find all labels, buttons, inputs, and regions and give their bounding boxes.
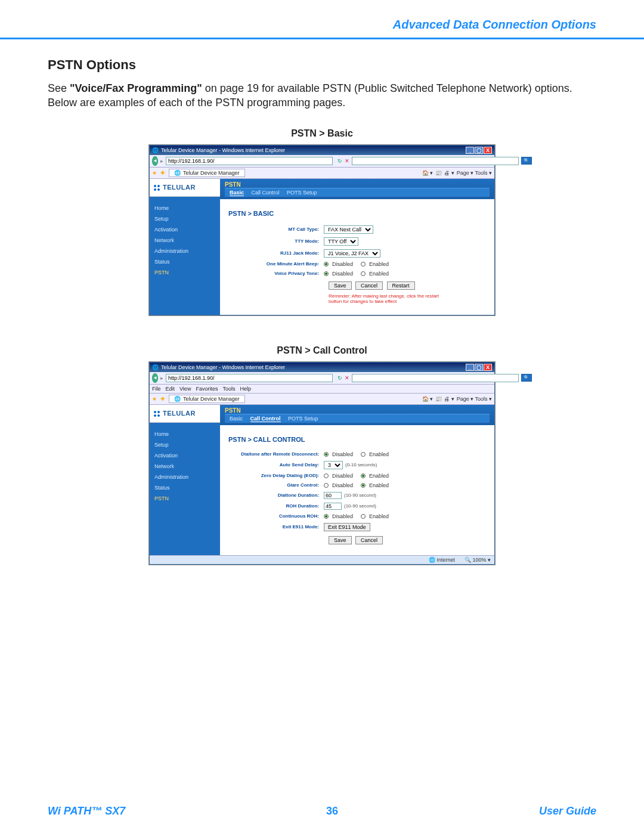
add-favorite-icon[interactable]: ✚: [160, 170, 165, 176]
print-icon2[interactable]: 🖨 ▾: [444, 396, 454, 402]
nav-setup[interactable]: Setup: [154, 213, 215, 224]
page-tools-menu2[interactable]: Page ▾ Tools ▾: [457, 396, 492, 402]
exit-e911-button[interactable]: Exit E911 Mode: [324, 523, 370, 531]
minimize-button[interactable]: _: [466, 147, 474, 154]
radio-onemin-disabled[interactable]: [324, 262, 329, 267]
nav-pstn[interactable]: PSTN: [154, 267, 215, 278]
menu-favorites[interactable]: Favorites: [196, 386, 218, 392]
refresh-icon[interactable]: ↻: [338, 158, 342, 164]
toolbar-right2[interactable]: 🏠 ▾ 📰 🖨 ▾ Page ▾ Tools ▾: [422, 396, 492, 402]
tab-callcontrol[interactable]: Call Control: [252, 190, 280, 196]
menu-view[interactable]: View: [179, 386, 191, 392]
nav2-home[interactable]: Home: [154, 429, 215, 439]
input-rohdur[interactable]: [324, 503, 342, 510]
tab2-callcontrol[interactable]: Call Control: [250, 416, 281, 422]
tab-pots[interactable]: POTS Setup: [287, 190, 317, 196]
address-bar: ◄ ▸ ↻ ✕ 🔍: [150, 155, 494, 168]
home-icon[interactable]: 🏠 ▾: [422, 170, 434, 176]
radio-vp-enabled[interactable]: [361, 271, 366, 276]
radio-controh-enabled[interactable]: [361, 514, 366, 519]
refresh-icon2[interactable]: ↻: [338, 375, 342, 381]
figure2-caption: PSTN > Call Control: [48, 345, 596, 356]
search-go-button[interactable]: 🔍: [521, 157, 532, 165]
forward-button2[interactable]: ▸: [160, 375, 163, 381]
section-title: PSTN Options: [48, 57, 596, 73]
feeds-icon2[interactable]: 📰: [435, 396, 442, 402]
browser-tab[interactable]: 🌐Telular Device Manager: [169, 169, 245, 177]
browser-tab2[interactable]: 🌐Telular Device Manager: [169, 395, 245, 403]
radio-glare-enabled[interactable]: [361, 483, 366, 488]
tab2-basic[interactable]: Basic: [230, 416, 243, 422]
nav-home[interactable]: Home: [154, 203, 215, 213]
label-controh: Continuous ROH:: [228, 513, 324, 519]
menu-edit[interactable]: Edit: [166, 386, 175, 392]
forward-button[interactable]: ▸: [160, 158, 163, 164]
opt-enabled: Enabled: [369, 451, 389, 457]
radio-controh-disabled[interactable]: [324, 514, 329, 519]
minimize-button2[interactable]: _: [466, 364, 474, 371]
cancel-button[interactable]: Cancel: [355, 281, 383, 290]
back-button[interactable]: ◄: [152, 156, 158, 166]
save-button[interactable]: Save: [329, 281, 352, 290]
nav2-network[interactable]: Network: [154, 461, 215, 472]
save-button2[interactable]: Save: [329, 536, 352, 544]
select-rj11[interactable]: J1 Voice, J2 FAX: [324, 249, 380, 258]
close-button2[interactable]: X: [484, 364, 492, 371]
sidebar2: TELULAR Home Setup Activation Network Ad…: [150, 405, 220, 555]
page-tools-menu[interactable]: Page ▾ Tools ▾: [457, 170, 492, 176]
close-button[interactable]: X: [484, 147, 492, 154]
select-autosend[interactable]: 3: [324, 461, 343, 469]
restart-button[interactable]: Restart: [387, 281, 415, 290]
menu-tools[interactable]: Tools: [222, 386, 235, 392]
maximize-button2[interactable]: ▢: [475, 364, 483, 371]
radio-dtremote-disabled[interactable]: [324, 452, 329, 457]
nav-activation[interactable]: Activation: [154, 224, 215, 235]
menu-file[interactable]: File: [152, 386, 161, 392]
favorites-icon2[interactable]: ★: [152, 396, 157, 402]
header-rule: [0, 38, 644, 39]
stop-icon2[interactable]: ✕: [345, 375, 349, 381]
menu-help[interactable]: Help: [240, 386, 251, 392]
select-mtcall[interactable]: FAX Next Call: [324, 225, 373, 234]
nav2-activation[interactable]: Activation: [154, 450, 215, 461]
input-dtdur[interactable]: [324, 492, 342, 499]
maximize-button[interactable]: ▢: [475, 147, 483, 154]
feeds-icon[interactable]: 📰: [435, 170, 442, 176]
screenshot-basic: 🌐Telular Device Manager - Windows Intern…: [149, 145, 495, 315]
radio-zd-enabled[interactable]: [361, 473, 366, 478]
url-input[interactable]: [166, 157, 333, 165]
back-button2[interactable]: ◄: [152, 373, 158, 383]
search-input2[interactable]: [352, 374, 519, 382]
search-go-button2[interactable]: 🔍: [521, 374, 532, 382]
figure1-caption: PSTN > Basic: [48, 128, 596, 139]
nav2-setup[interactable]: Setup: [154, 439, 215, 450]
radio-vp-disabled[interactable]: [324, 271, 329, 276]
tab2-pots[interactable]: POTS Setup: [288, 416, 318, 422]
nav2-status[interactable]: Status: [154, 482, 215, 493]
toolbar-right[interactable]: 🏠 ▾ 📰 🖨 ▾ Page ▾ Tools ▾: [422, 170, 492, 176]
nav-network[interactable]: Network: [154, 235, 215, 246]
status-zoom[interactable]: 🔍 100% ▾: [465, 557, 491, 563]
menubar: File Edit View Favorites Tools Help: [150, 385, 494, 394]
favorites-icon[interactable]: ★: [152, 170, 157, 176]
radio-dtremote-enabled[interactable]: [361, 452, 366, 457]
label-tty: TTY Mode:: [228, 239, 324, 244]
add-favorite-icon2[interactable]: ✚: [160, 396, 165, 402]
nav2-pstn[interactable]: PSTN: [154, 493, 215, 504]
search-input[interactable]: [352, 157, 519, 165]
status-zone: Internet: [429, 557, 455, 563]
nav-administration[interactable]: Administration: [154, 246, 215, 256]
radio-zd-disabled[interactable]: [324, 473, 329, 478]
nav2-administration[interactable]: Administration: [154, 472, 215, 482]
home-icon2[interactable]: 🏠 ▾: [422, 396, 434, 402]
stop-icon[interactable]: ✕: [345, 158, 349, 164]
print-icon[interactable]: 🖨 ▾: [444, 170, 454, 176]
select-tty[interactable]: TTY Off: [324, 237, 358, 246]
radio-onemin-enabled[interactable]: [361, 262, 366, 267]
cancel-button2[interactable]: Cancel: [355, 536, 383, 544]
text-enabled: Enabled: [369, 261, 389, 267]
tab-basic[interactable]: Basic: [230, 190, 244, 196]
url-input2[interactable]: [166, 374, 333, 382]
nav-status[interactable]: Status: [154, 256, 215, 267]
radio-glare-disabled[interactable]: [324, 483, 329, 488]
